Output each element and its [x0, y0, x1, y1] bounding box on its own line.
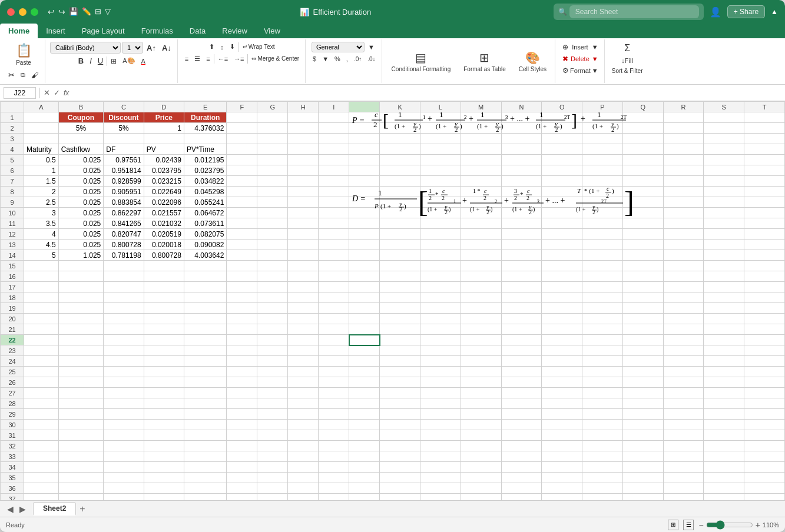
cell-O17[interactable] [542, 282, 582, 292]
cell-L15[interactable] [420, 261, 461, 271]
cell-R17[interactable] [663, 282, 704, 292]
cell-G16[interactable] [257, 271, 288, 282]
cell-B21[interactable] [58, 324, 104, 335]
cell-G18[interactable] [257, 292, 288, 303]
cell-F7[interactable] [227, 176, 257, 187]
cell-B29[interactable] [58, 409, 104, 420]
cell-F18[interactable] [227, 292, 257, 303]
cell-I15[interactable] [319, 261, 349, 271]
cell-H35[interactable] [288, 473, 319, 483]
row-header-10[interactable]: 10 [1, 208, 24, 218]
cell-D35[interactable] [144, 473, 184, 483]
cell-E19[interactable] [184, 303, 226, 314]
cell-N30[interactable] [501, 420, 542, 430]
cell-F5[interactable] [227, 155, 257, 165]
cell-A26[interactable] [24, 377, 59, 388]
cell-M22[interactable] [461, 335, 501, 345]
tab-review[interactable]: Review [214, 24, 256, 38]
number-format-dropdown[interactable]: ▼ [366, 42, 377, 52]
cell-G28[interactable] [257, 398, 288, 409]
cell-H23[interactable] [288, 345, 319, 356]
row-header-26[interactable]: 26 [1, 377, 24, 388]
bold-button[interactable]: B [76, 55, 86, 66]
row-header-12[interactable]: 12 [1, 229, 24, 240]
cell-P32[interactable] [582, 441, 623, 451]
cell-A18[interactable] [24, 292, 59, 303]
cell-R28[interactable] [663, 398, 704, 409]
cell-H5[interactable] [288, 155, 319, 165]
cell-Q36[interactable] [622, 483, 663, 494]
cell-K29[interactable] [380, 409, 420, 420]
cell-C29[interactable] [104, 409, 144, 420]
cell-I32[interactable] [319, 441, 349, 451]
cell-S15[interactable] [704, 261, 744, 271]
cell-D27[interactable] [144, 388, 184, 398]
col-header-g[interactable]: G [257, 102, 288, 112]
cell-C1[interactable]: Discount [104, 112, 144, 123]
cell-G34[interactable] [257, 462, 288, 473]
cell-G7[interactable] [257, 176, 288, 187]
sum-button[interactable]: Σ [622, 42, 632, 55]
cell-O26[interactable] [542, 377, 582, 388]
cell-C18[interactable] [104, 292, 144, 303]
cell-O18[interactable] [542, 292, 582, 303]
normal-view-button[interactable]: ⊞ [668, 520, 678, 530]
cell-T21[interactable] [744, 324, 785, 335]
cell-K37[interactable] [380, 494, 420, 501]
tab-data[interactable]: Data [181, 24, 214, 38]
cell-R30[interactable] [663, 420, 704, 430]
zoom-slider[interactable] [706, 520, 753, 530]
cell-B4[interactable]: Cashflow [58, 144, 104, 155]
cell-J29[interactable] [349, 409, 380, 420]
cell-H27[interactable] [288, 388, 319, 398]
cell-F30[interactable] [227, 420, 257, 430]
cell-H20[interactable] [288, 314, 319, 324]
cell-H14[interactable] [288, 250, 319, 261]
cell-M28[interactable] [461, 398, 501, 409]
cell-K36[interactable] [380, 483, 420, 494]
cell-M15[interactable] [461, 261, 501, 271]
cell-T16[interactable] [744, 271, 785, 282]
cell-H24[interactable] [288, 356, 319, 367]
cell-I16[interactable] [319, 271, 349, 282]
cell-O21[interactable] [542, 324, 582, 335]
cell-N14[interactable] [501, 250, 542, 261]
cell-G9[interactable] [257, 197, 288, 208]
cell-L32[interactable] [420, 441, 461, 451]
cell-F15[interactable] [227, 261, 257, 271]
cell-A1[interactable] [24, 112, 59, 123]
cell-B16[interactable] [58, 271, 104, 282]
cell-H4[interactable] [288, 144, 319, 155]
cell-A20[interactable] [24, 314, 59, 324]
cell-R35[interactable] [663, 473, 704, 483]
cell-J17[interactable] [349, 282, 380, 292]
cell-C30[interactable] [104, 420, 144, 430]
cell-C35[interactable] [104, 473, 144, 483]
tab-insert[interactable]: Insert [38, 24, 74, 38]
cell-O37[interactable] [542, 494, 582, 501]
cell-E6[interactable]: 0.023795 [184, 165, 226, 176]
cell-F36[interactable] [227, 483, 257, 494]
cell-L36[interactable] [420, 483, 461, 494]
cell-M21[interactable] [461, 324, 501, 335]
cell-C21[interactable] [104, 324, 144, 335]
cell-G10[interactable] [257, 208, 288, 218]
sort-filter-button[interactable]: Sort & Filter [610, 66, 645, 75]
cell-C3[interactable] [104, 134, 144, 144]
cell-A10[interactable]: 3 [24, 208, 59, 218]
cell-I22[interactable] [319, 335, 349, 345]
cell-C14[interactable]: 0.781198 [104, 250, 144, 261]
cell-A13[interactable]: 4.5 [24, 240, 59, 250]
cell-H1[interactable] [288, 112, 319, 123]
cell-E23[interactable] [184, 345, 226, 356]
cell-B13[interactable]: 0.025 [58, 240, 104, 250]
cell-P31[interactable] [582, 430, 623, 441]
cell-B17[interactable] [58, 282, 104, 292]
cell-S14[interactable] [704, 250, 744, 261]
borders-button[interactable]: ⊞ [108, 56, 119, 66]
cell-M33[interactable] [461, 451, 501, 462]
row-header-36[interactable]: 36 [1, 483, 24, 494]
cell-B19[interactable] [58, 303, 104, 314]
cell-B20[interactable] [58, 314, 104, 324]
cell-A28[interactable] [24, 398, 59, 409]
